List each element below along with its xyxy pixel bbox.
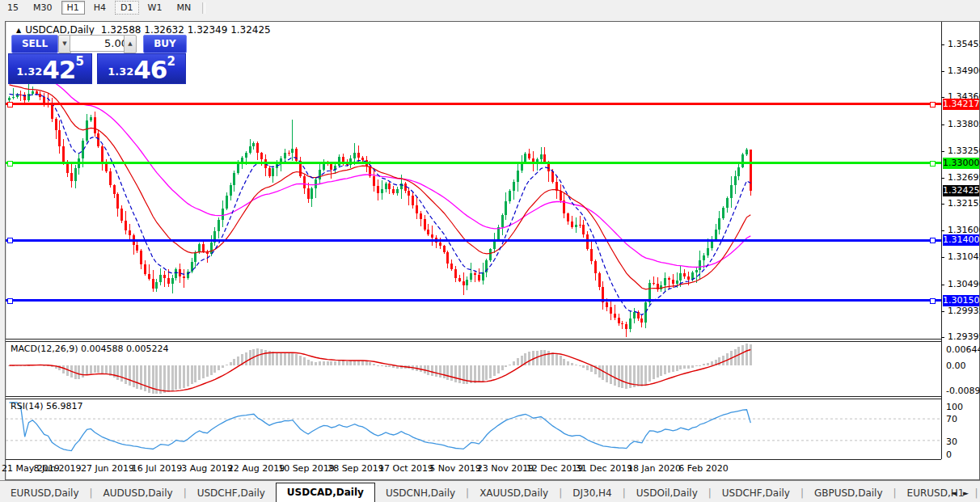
buy-price-display[interactable]: 1.32462 bbox=[97, 53, 186, 84]
collapse-panel-icon[interactable]: ▲ bbox=[16, 27, 21, 34]
chart-tab-usdchf[interactable]: USDCHF,Daily bbox=[712, 484, 800, 502]
macd-histogram-bar bbox=[505, 365, 507, 367]
timeframe-button-w1[interactable]: W1 bbox=[142, 1, 168, 15]
candle-body bbox=[148, 274, 150, 279]
tabs-scroll-left-icon[interactable]: ◄ bbox=[951, 489, 963, 497]
candle-body bbox=[291, 149, 294, 153]
timeframe-button-h1[interactable]: H1 bbox=[61, 1, 85, 15]
volume-input[interactable]: 5.00 bbox=[70, 35, 132, 52]
candle-body bbox=[672, 280, 674, 284]
candle-body bbox=[606, 302, 608, 307]
macd-histogram-bar bbox=[116, 365, 119, 380]
macd-histogram-bar bbox=[687, 365, 690, 369]
candle-body bbox=[653, 283, 655, 284]
line-anchor-handle[interactable] bbox=[7, 102, 13, 108]
candle-body bbox=[284, 153, 286, 159]
macd-histogram-bar bbox=[551, 352, 554, 365]
timeframe-toolbar: 15M30H1H4D1W1MN bbox=[0, 0, 980, 15]
chart-tab-usdcnh[interactable]: USDCNH,Daily bbox=[375, 484, 466, 502]
candle-body bbox=[19, 95, 22, 95]
line-anchor-handle[interactable] bbox=[930, 238, 936, 243]
price-axis-label: 1.33805 bbox=[948, 119, 980, 129]
macd-histogram-bar bbox=[291, 352, 294, 365]
macd-histogram-bar bbox=[489, 365, 492, 378]
macd-histogram-bar bbox=[226, 365, 228, 365]
chart-tab-eurusd[interactable]: EURUSD,Daily bbox=[0, 484, 90, 502]
tabs-scroll-right-icon[interactable]: ► bbox=[963, 489, 975, 497]
macd-histogram-bar bbox=[676, 365, 678, 371]
macd-histogram-bar bbox=[90, 365, 92, 373]
buy-price-pip: 2 bbox=[167, 56, 175, 68]
line-anchor-handle[interactable] bbox=[7, 298, 13, 304]
line-anchor-handle[interactable] bbox=[930, 298, 936, 304]
timeframe-button-h4[interactable]: H4 bbox=[88, 1, 112, 15]
chart-tab-usdoil[interactable]: USDOil,Daily bbox=[626, 484, 708, 502]
price-axis-label: 1.35455 bbox=[948, 39, 980, 49]
line-anchor-handle[interactable] bbox=[7, 238, 13, 243]
chart-tab-usdcad-active[interactable]: USDCAD,Daily bbox=[276, 483, 375, 502]
macd-histogram-bar bbox=[97, 365, 99, 373]
macd-histogram-bar bbox=[245, 352, 247, 365]
sell-price-display[interactable]: 1.32425 bbox=[8, 53, 92, 84]
candle-body bbox=[113, 185, 116, 194]
macd-histogram-bar bbox=[517, 358, 519, 365]
macd-histogram-bar bbox=[501, 365, 504, 370]
chart-tab-xauusd[interactable]: XAUUSD,Daily bbox=[469, 484, 559, 502]
candle-body bbox=[152, 279, 154, 289]
candle-body bbox=[183, 276, 185, 278]
macd-histogram-bar bbox=[198, 365, 201, 380]
candle-body bbox=[517, 171, 519, 183]
chart-tab-dj30[interactable]: DJ30,H4 bbox=[562, 484, 623, 502]
volume-increase-button[interactable]: ▲ bbox=[124, 35, 137, 53]
rsi-panel-canvas[interactable] bbox=[6, 399, 941, 459]
macd-histogram-bar bbox=[194, 365, 196, 382]
chart-tab-gbpusd[interactable]: GBPUSD,Daily bbox=[804, 484, 893, 502]
macd-histogram-bar bbox=[144, 365, 146, 391]
horizontal-line-object[interactable] bbox=[6, 162, 941, 164]
macd-histogram-bar bbox=[163, 365, 166, 393]
timeframe-button-mn[interactable]: MN bbox=[171, 1, 196, 15]
candle-body bbox=[474, 273, 476, 276]
candle-body bbox=[715, 230, 717, 239]
candle-body bbox=[159, 275, 162, 282]
macd-histogram-bar bbox=[299, 356, 302, 365]
price-axis-label: 1.31045 bbox=[948, 251, 980, 262]
candle-body bbox=[505, 201, 507, 215]
macd-histogram-bar bbox=[369, 362, 371, 365]
timeframe-button-m30[interactable]: M30 bbox=[27, 1, 58, 15]
macd-histogram-bar bbox=[148, 365, 150, 393]
macd-histogram-bar bbox=[664, 365, 666, 374]
macd-axis-label: 0.006448 bbox=[946, 344, 980, 355]
chart-tab-audusd[interactable]: AUDUSD,Daily bbox=[93, 484, 184, 502]
candle-body bbox=[482, 272, 484, 281]
macd-histogram-bar bbox=[330, 361, 332, 365]
horizontal-line-object[interactable] bbox=[6, 103, 941, 105]
line-anchor-handle[interactable] bbox=[930, 161, 936, 167]
candle-body bbox=[450, 264, 453, 269]
candle-body bbox=[94, 117, 96, 133]
timeframe-button-15[interactable]: 15 bbox=[2, 1, 24, 15]
horizontal-line-object[interactable] bbox=[6, 239, 941, 242]
chart-tab-usdchf[interactable]: USDCHF,Daily bbox=[187, 484, 276, 502]
sell-button[interactable]: SELL bbox=[11, 35, 58, 53]
macd-histogram-bar bbox=[699, 365, 701, 366]
buy-button[interactable]: BUY bbox=[143, 35, 187, 53]
candle-body bbox=[226, 196, 228, 209]
macd-histogram-bar bbox=[629, 365, 632, 388]
macd-histogram-bar bbox=[136, 365, 138, 389]
candle-body bbox=[454, 269, 457, 278]
macd-histogram-bar bbox=[388, 365, 391, 367]
macd-histogram-bar bbox=[439, 365, 441, 378]
macd-histogram-bar bbox=[295, 354, 298, 365]
candle-body bbox=[136, 245, 138, 251]
timeframe-button-d1[interactable]: D1 bbox=[115, 1, 138, 15]
candle-body bbox=[687, 276, 690, 280]
candle-body bbox=[187, 272, 189, 278]
macd-histogram-bar bbox=[222, 365, 224, 368]
macd-histogram-bar bbox=[657, 365, 659, 378]
line-anchor-handle[interactable] bbox=[7, 161, 13, 167]
candle-body bbox=[618, 318, 620, 323]
line-anchor-handle[interactable] bbox=[930, 102, 936, 108]
horizontal-line-object[interactable] bbox=[6, 299, 941, 302]
candle-body bbox=[109, 171, 112, 185]
